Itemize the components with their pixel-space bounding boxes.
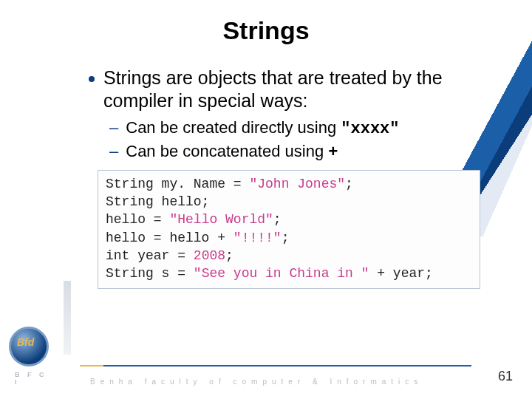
bullet-text: Can be concatenated using + (126, 141, 338, 164)
sub-bullet-text: Can be created directly using (126, 118, 341, 137)
footer-divider (80, 365, 471, 366)
bullet-dot-icon (89, 76, 95, 82)
content-area: Strings are objects that are treated by … (89, 66, 480, 289)
bullet-text: Can be created directly using "xxxx" (126, 117, 399, 140)
sub-bullet-text: Can be concatenated using (126, 142, 328, 160)
code-block: String my. Name = "John Jones"; String h… (98, 170, 480, 290)
bullet-level2: – Can be concatenated using + (109, 141, 480, 164)
bullet-level1: Strings are objects that are treated by … (89, 66, 480, 113)
decorative-band (64, 281, 71, 355)
page-number: 61 (498, 369, 513, 384)
bullet-dash-icon: – (109, 117, 118, 139)
inline-code: "xxxx" (341, 120, 399, 138)
logo-circle-icon: Bfd (9, 327, 49, 366)
footer-text: Benha faculty of computer & Informatics (90, 378, 423, 386)
bullet-text: Strings are objects that are treated by … (103, 66, 480, 113)
bullet-level2: – Can be created directly using "xxxx" (109, 117, 480, 140)
inline-code: + (328, 143, 338, 162)
code-line: String s = "See you in China in " + year… (106, 265, 472, 282)
logo: Bfd B F C I (9, 327, 56, 374)
logo-label: B F C I (15, 371, 56, 386)
logo-text: Bfd (17, 336, 34, 348)
slide: Strings Strings are objects that are tre… (0, 0, 532, 399)
bullet-dash-icon: – (109, 141, 118, 163)
code-line: hello = hello + "!!!!"; (106, 229, 472, 247)
code-line: int year = 2008; (106, 247, 472, 265)
code-line: hello = "Hello World"; (106, 211, 472, 228)
code-line: String my. Name = "John Jones"; (106, 175, 472, 193)
code-line: String hello; (106, 193, 472, 211)
slide-title: Strings (0, 16, 532, 45)
